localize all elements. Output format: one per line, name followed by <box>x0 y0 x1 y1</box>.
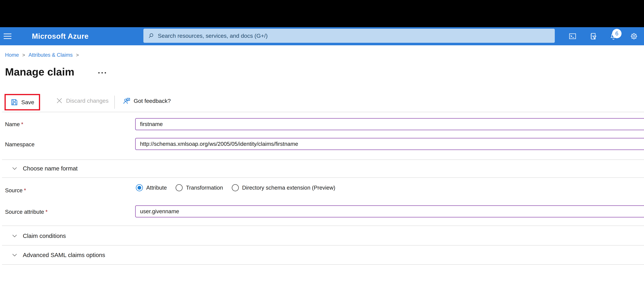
settings-button[interactable] <box>630 32 638 40</box>
source-attribute-input[interactable] <box>135 205 644 217</box>
source-label: Source* <box>5 187 26 194</box>
more-menu-button[interactable] <box>98 72 106 74</box>
global-search <box>144 29 555 43</box>
divider <box>2 264 644 265</box>
chevron-down-icon <box>12 234 17 238</box>
breadcrumb: Home > Attributes & Claims > <box>5 52 82 58</box>
save-button[interactable]: Save <box>10 98 34 106</box>
got-feedback-button[interactable]: Got feedback? <box>123 97 171 105</box>
discard-changes-label: Discard changes <box>66 98 108 104</box>
name-input[interactable] <box>135 118 644 130</box>
radio-option-attribute[interactable]: Attribute <box>136 184 167 191</box>
save-button-label: Save <box>21 99 34 106</box>
name-label: Name* <box>5 121 23 128</box>
radio-button[interactable] <box>232 184 239 191</box>
divider <box>2 177 644 178</box>
breadcrumb-link-home[interactable]: Home <box>5 52 19 58</box>
radio-label: Attribute <box>146 185 167 191</box>
section-claim-conditions[interactable]: Claim conditions <box>12 232 66 239</box>
divider <box>2 245 644 246</box>
close-icon <box>56 97 63 104</box>
top-letterbox-bar <box>0 0 644 27</box>
divider <box>2 159 644 160</box>
required-asterisk: * <box>46 209 48 215</box>
directory-filter-icon <box>589 32 597 40</box>
save-highlight-box: Save <box>4 94 40 110</box>
more-dot <box>105 72 106 74</box>
directory-filter-button[interactable] <box>589 32 597 40</box>
chevron-down-icon <box>12 167 17 170</box>
got-feedback-label: Got feedback? <box>134 98 171 104</box>
terminal-icon <box>568 32 576 40</box>
more-dot <box>98 72 100 74</box>
divider <box>2 225 644 226</box>
gear-icon <box>630 32 638 40</box>
section-choose-name-format[interactable]: Choose name format <box>12 165 78 172</box>
section-advanced-saml-options[interactable]: Advanced SAML claims options <box>12 252 105 258</box>
notifications-button[interactable]: 6 <box>610 32 618 40</box>
header-icon-group: 6 <box>568 27 638 45</box>
radio-label: Directory schema extension (Preview) <box>242 185 336 191</box>
required-asterisk: * <box>21 121 23 127</box>
cloud-shell-button[interactable] <box>568 32 576 40</box>
toolbar-divider <box>114 96 115 109</box>
section-label: Choose name format <box>23 165 78 172</box>
namespace-input[interactable] <box>135 138 644 150</box>
chevron-down-icon <box>12 253 17 257</box>
breadcrumb-separator: > <box>76 52 79 58</box>
radio-option-directory-schema-extension[interactable]: Directory schema extension (Preview) <box>232 184 336 191</box>
source-attribute-label: Source attribute* <box>5 209 48 215</box>
hamburger-menu-icon[interactable] <box>3 27 14 45</box>
search-input[interactable] <box>154 29 555 43</box>
discard-changes-button[interactable]: Discard changes <box>56 97 108 104</box>
page-title: Manage claim <box>5 66 74 78</box>
required-asterisk: * <box>24 187 26 193</box>
breadcrumb-link-attributes-claims[interactable]: Attributes & Claims <box>28 52 73 58</box>
divider <box>2 112 644 112</box>
source-radio-group: Attribute Transformation Directory schem… <box>136 184 335 191</box>
namespace-label: Namespace <box>5 141 34 148</box>
section-label: Claim conditions <box>23 232 66 239</box>
feedback-icon <box>123 97 131 105</box>
radio-button[interactable] <box>136 184 143 191</box>
notification-badge: 6 <box>612 29 622 38</box>
breadcrumb-separator: > <box>22 52 25 58</box>
section-label: Advanced SAML claims options <box>23 252 105 258</box>
radio-button[interactable] <box>176 184 183 191</box>
save-icon <box>10 98 18 106</box>
azure-header: Microsoft Azure <box>0 27 644 45</box>
brand-logo[interactable]: Microsoft Azure <box>32 27 88 45</box>
radio-option-transformation[interactable]: Transformation <box>176 184 223 191</box>
radio-label: Transformation <box>186 185 223 191</box>
more-dot <box>102 72 103 74</box>
search-icon <box>148 32 154 39</box>
